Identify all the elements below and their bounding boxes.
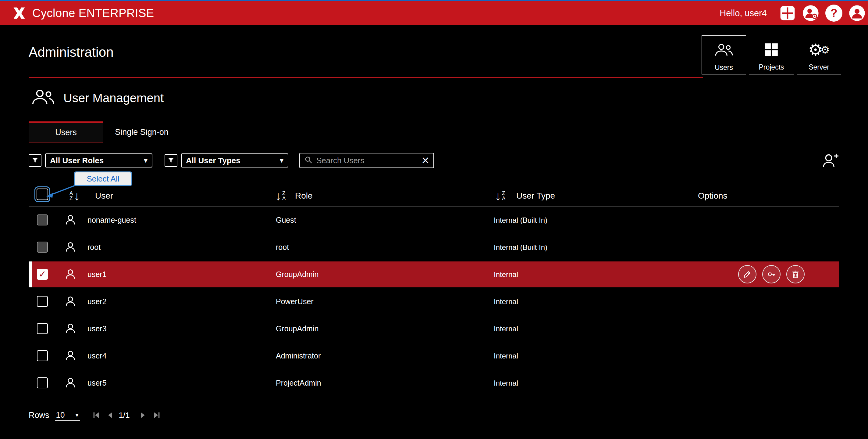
nav-projects-button[interactable]: Projects bbox=[749, 35, 794, 75]
user-type-cell: Internal bbox=[494, 342, 518, 370]
tab-users[interactable]: Users bbox=[29, 121, 103, 143]
search-icon bbox=[304, 155, 313, 165]
select-all-tooltip: Select All bbox=[74, 171, 132, 186]
user-name-cell: user2 bbox=[88, 288, 107, 315]
search-input[interactable] bbox=[316, 156, 418, 165]
user-role-cell: PowerUser bbox=[276, 288, 314, 315]
title-underline bbox=[29, 77, 703, 78]
user-avatar-icon bbox=[64, 268, 77, 281]
user-name-cell: root bbox=[88, 234, 100, 261]
user-types-dropdown[interactable]: All User Types ▾ bbox=[181, 153, 288, 168]
selected-row-bar bbox=[29, 261, 32, 287]
user-type-cell: Internal bbox=[494, 261, 518, 288]
filter-toolbar: All User Roles ▾ All User Types ▾ × bbox=[29, 152, 839, 169]
chevron-down-icon: ▾ bbox=[75, 411, 78, 418]
user-name-cell: user5 bbox=[88, 370, 107, 397]
sort-role-icon[interactable]: ↓ ZA bbox=[275, 189, 286, 203]
tooltip-arrow-icon bbox=[43, 183, 79, 201]
row-checkbox[interactable]: ✓ bbox=[37, 350, 48, 361]
user-avatar-icon bbox=[64, 295, 77, 308]
column-header-user-type[interactable]: User Type bbox=[516, 185, 555, 206]
last-page-button[interactable] bbox=[152, 410, 161, 420]
sort-user-type-icon[interactable]: ↓ ZA bbox=[495, 189, 505, 203]
app-root: Cyclone ENTERPRISE Hello, user4 ? Admini… bbox=[0, 0, 868, 439]
app-header: Cyclone ENTERPRISE Hello, user4 ? bbox=[0, 1, 868, 25]
chevron-down-icon: ▾ bbox=[280, 156, 283, 165]
type-filter-icon[interactable] bbox=[164, 154, 177, 167]
rows-per-page-select[interactable]: 10 ▾ bbox=[55, 410, 80, 421]
user-type-cell: Internal (Built In) bbox=[494, 207, 547, 234]
users-icon bbox=[714, 39, 734, 61]
tab-single-sign-on[interactable]: Single Sign-on bbox=[103, 121, 180, 143]
check-icon: ✓ bbox=[37, 269, 47, 279]
row-options bbox=[738, 265, 805, 284]
user-settings-icon[interactable] bbox=[802, 5, 819, 22]
apps-grid-icon[interactable] bbox=[779, 5, 796, 22]
user-name-cell: user3 bbox=[88, 315, 107, 342]
rows-per-page-value: 10 bbox=[56, 410, 65, 420]
table-body: ✓ noname-guest Guest Internal (Built In) bbox=[0, 207, 868, 397]
user-role-cell: ProjectAdmin bbox=[276, 370, 321, 397]
table-row[interactable]: ✓ user5 ProjectAdmin Internal bbox=[0, 370, 868, 397]
admin-nav: Users Projects ⚙⚙ Server bbox=[702, 35, 841, 75]
user-type-cell: Internal bbox=[494, 315, 518, 342]
table-row[interactable]: ✓ user4 Administrator Internal bbox=[0, 342, 868, 370]
account-icon[interactable] bbox=[848, 5, 866, 22]
user-role-cell: Administrator bbox=[276, 342, 321, 370]
user-role-cell: Guest bbox=[276, 207, 296, 234]
help-icon[interactable]: ? bbox=[825, 5, 842, 22]
column-header-role[interactable]: Role bbox=[295, 185, 313, 206]
table-header: AZ ↓ User ↓ ZA Role ↓ ZA User Type Optio… bbox=[0, 185, 868, 206]
table-row[interactable]: ✓ root root Internal (Built In) bbox=[0, 234, 868, 261]
delete-user-icon[interactable] bbox=[786, 265, 805, 284]
user-role-cell: GroupAdmin bbox=[276, 315, 318, 342]
row-checkbox[interactable]: ✓ bbox=[37, 242, 48, 253]
table-row[interactable]: ✓ user2 PowerUser Internal bbox=[0, 288, 868, 315]
add-user-button[interactable] bbox=[821, 152, 839, 169]
clear-search-icon[interactable]: × bbox=[422, 154, 429, 167]
table-row[interactable]: ✓ noname-guest Guest Internal (Built In) bbox=[0, 207, 868, 234]
role-filter-icon[interactable] bbox=[29, 154, 41, 167]
user-avatar-icon bbox=[64, 349, 77, 362]
projects-icon bbox=[764, 39, 779, 61]
row-checkbox[interactable]: ✓ bbox=[37, 269, 48, 280]
user-management-icon bbox=[30, 88, 56, 107]
page-title: Administration bbox=[29, 45, 114, 60]
table-row[interactable]: ✓ user3 GroupAdmin Internal bbox=[0, 315, 868, 342]
server-icon: ⚙⚙ bbox=[808, 39, 830, 61]
table-row[interactable]: ✓ user1 GroupAdmin Internal bbox=[0, 261, 868, 288]
user-types-dropdown-value: All User Types bbox=[186, 156, 280, 165]
edit-user-icon[interactable] bbox=[738, 265, 756, 284]
nav-users-label: Users bbox=[715, 63, 733, 72]
row-checkbox[interactable]: ✓ bbox=[37, 323, 48, 334]
section-title: User Management bbox=[63, 91, 164, 105]
user-name-cell: noname-guest bbox=[88, 207, 136, 234]
rows-label: Rows bbox=[29, 411, 50, 420]
next-page-button[interactable] bbox=[138, 410, 148, 420]
row-checkbox[interactable]: ✓ bbox=[37, 377, 48, 388]
nav-projects-label: Projects bbox=[758, 63, 784, 71]
tab-bar: Users Single Sign-on bbox=[29, 121, 180, 143]
nav-server-label: Server bbox=[809, 63, 829, 71]
nav-users-button[interactable]: Users bbox=[702, 35, 746, 75]
column-header-user[interactable]: User bbox=[95, 185, 113, 206]
first-page-button[interactable] bbox=[91, 410, 101, 420]
prev-page-button[interactable] bbox=[105, 410, 115, 420]
cyclone-logo-icon bbox=[12, 6, 26, 20]
nav-server-button[interactable]: ⚙⚙ Server bbox=[797, 35, 841, 75]
chevron-down-icon: ▾ bbox=[144, 156, 148, 165]
user-role-cell: root bbox=[276, 234, 289, 261]
user-roles-dropdown[interactable]: All User Roles ▾ bbox=[45, 153, 152, 168]
search-users-box: × bbox=[299, 153, 434, 168]
page-indicator: 1/1 bbox=[119, 411, 130, 420]
row-checkbox[interactable]: ✓ bbox=[37, 296, 48, 307]
user-avatar-icon bbox=[64, 322, 77, 335]
pagination-bar: Rows 10 ▾ 1/1 bbox=[29, 408, 161, 423]
user-role-cell: GroupAdmin bbox=[276, 261, 318, 288]
user-name-cell: user4 bbox=[88, 342, 107, 370]
user-greeting: Hello, user4 bbox=[720, 8, 767, 18]
user-roles-dropdown-value: All User Roles bbox=[50, 156, 144, 165]
user-type-cell: Internal (Built In) bbox=[494, 234, 547, 261]
row-checkbox[interactable]: ✓ bbox=[37, 214, 48, 226]
reset-password-icon[interactable] bbox=[762, 265, 780, 284]
